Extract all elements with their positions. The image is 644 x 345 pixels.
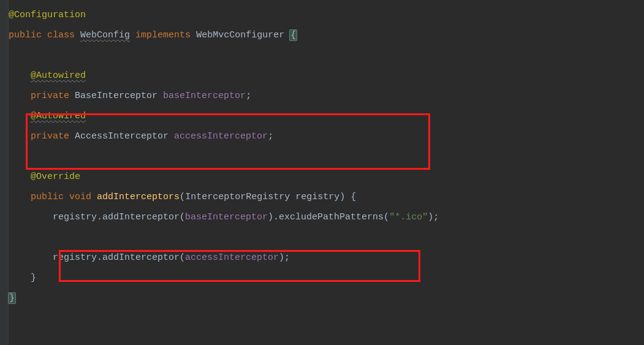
keyword-private: private xyxy=(31,91,69,101)
code-editor[interactable]: @Configuration public class WebConfig im… xyxy=(0,0,644,345)
var-registry-2: registry xyxy=(53,252,97,263)
code-line-12[interactable] xyxy=(9,227,644,248)
type-accessinterceptor: AccessInterceptor xyxy=(75,131,169,142)
annotation-configuration: @Configuration xyxy=(9,10,86,20)
keyword-void: void xyxy=(69,192,91,202)
paren-close: ) xyxy=(339,192,345,202)
call-excludepathpatterns: ).excludePathPatterns( xyxy=(268,212,389,222)
code-line-2[interactable]: public class WebConfig implements WebMvc… xyxy=(9,25,644,45)
param-name: registry xyxy=(295,192,339,202)
method-close-brace: } xyxy=(31,273,36,283)
line-end: ); xyxy=(428,212,439,222)
annotation-autowired: @Autowired xyxy=(31,70,86,81)
code-line-10[interactable]: public void addInterceptors(InterceptorR… xyxy=(9,187,644,207)
code-line-15[interactable]: } xyxy=(9,288,644,308)
keyword-implements: implements xyxy=(135,30,191,40)
semicolon-2: ; xyxy=(268,131,273,142)
call-addinterceptor-2: .addInterceptor( xyxy=(97,252,185,263)
keyword-public: public xyxy=(9,30,42,40)
class-name: WebConfig xyxy=(80,30,130,40)
call-addinterceptor: .addInterceptor( xyxy=(97,212,185,222)
code-line-13[interactable]: registry.addInterceptor(accessIntercepto… xyxy=(9,248,644,268)
open-brace: { xyxy=(289,29,297,41)
param-type: InterceptorRegistry xyxy=(185,192,290,202)
string-ico: "*.ico" xyxy=(389,212,428,222)
code-line-1[interactable]: @Configuration xyxy=(9,5,644,25)
line-end-2: ); xyxy=(279,252,290,263)
var-registry: registry xyxy=(53,212,97,222)
keyword-public-2: public xyxy=(31,192,64,202)
paren-open: ( xyxy=(180,192,185,202)
method-addinterceptors: addInterceptors xyxy=(97,192,180,202)
code-line-3[interactable] xyxy=(9,45,644,66)
code-line-7[interactable]: private AccessInterceptor accessIntercep… xyxy=(9,126,644,146)
semicolon: ; xyxy=(246,91,251,101)
keyword-class: class xyxy=(47,30,75,40)
field-accessinterceptor: accessInterceptor xyxy=(174,131,268,142)
arg-baseinterceptor: baseInterceptor xyxy=(185,212,268,222)
keyword-private-2: private xyxy=(31,131,69,142)
annotation-autowired-2: @Autowired xyxy=(31,111,86,121)
arg-accessinterceptor: accessInterceptor xyxy=(185,252,279,263)
code-line-5[interactable]: private BaseInterceptor baseInterceptor; xyxy=(9,86,644,106)
code-line-4[interactable]: @Autowired xyxy=(9,66,644,86)
method-brace: { xyxy=(345,192,356,202)
code-line-6[interactable]: @Autowired xyxy=(9,106,644,126)
interface-name: WebMvcConfigurer xyxy=(196,30,284,40)
code-line-14[interactable]: } xyxy=(9,268,644,288)
code-line-11[interactable]: registry.addInterceptor(baseInterceptor)… xyxy=(9,207,644,227)
annotation-override: @Override xyxy=(31,172,80,182)
code-line-8[interactable] xyxy=(9,146,644,167)
field-baseinterceptor: baseInterceptor xyxy=(163,91,246,101)
code-line-9[interactable]: @Override xyxy=(9,167,644,187)
class-close-brace: } xyxy=(8,292,16,304)
type-baseinterceptor: BaseInterceptor xyxy=(75,91,157,101)
